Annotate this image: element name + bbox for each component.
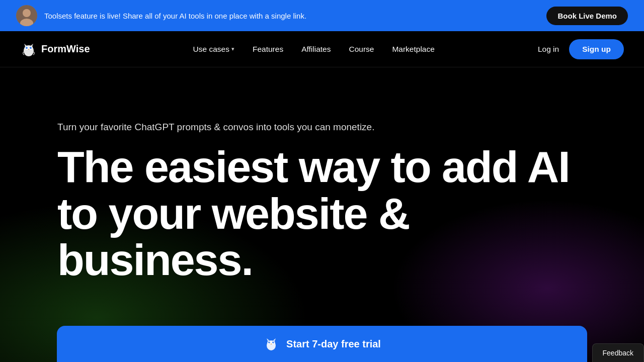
announcement-text: Toolsets feature is live! Share all of y… — [44, 12, 306, 20]
hero-section: Turn your favorite ChatGPT prompts & con… — [0, 67, 644, 362]
svg-point-18 — [272, 341, 274, 343]
avatar — [16, 5, 37, 26]
announcement-left: Toolsets feature is live! Share all of y… — [16, 5, 306, 26]
svg-marker-13 — [31, 44, 33, 46]
svg-point-9 — [27, 47, 27, 47]
svg-point-7 — [26, 47, 28, 49]
cta-button[interactable]: Start 7-day free trial — [57, 326, 587, 362]
svg-marker-23 — [273, 338, 276, 341]
nav-item-course[interactable]: Course — [349, 45, 374, 54]
chevron-down-icon: ▾ — [231, 46, 234, 52]
svg-point-19 — [269, 342, 270, 342]
svg-point-20 — [273, 342, 274, 342]
nav-item-use-cases[interactable]: Use cases ▾ — [193, 45, 234, 54]
feedback-tab[interactable]: Feedback — [592, 343, 644, 362]
book-demo-button[interactable]: Book Live Demo — [546, 7, 628, 25]
nav-right: Log in Sign up — [538, 39, 624, 59]
navbar: FormWise Use cases ▾ Features Affiliates… — [0, 31, 644, 67]
hero-title: The easiest way to add AI to your websit… — [57, 144, 586, 283]
svg-marker-22 — [267, 338, 269, 341]
nav-item-affiliates[interactable]: Affiliates — [301, 45, 331, 54]
svg-point-10 — [31, 47, 31, 47]
announcement-bar: Toolsets feature is live! Share all of y… — [0, 0, 644, 31]
cta-container: Start 7-day free trial — [57, 326, 587, 362]
nav-item-features[interactable]: Features — [253, 45, 283, 54]
cta-owl-icon — [263, 336, 279, 352]
logo-icon — [20, 41, 37, 58]
svg-point-1 — [23, 9, 31, 17]
signup-button[interactable]: Sign up — [569, 39, 624, 59]
nav-item-marketplace[interactable]: Marketplace — [392, 45, 434, 54]
svg-point-8 — [30, 47, 32, 49]
login-button[interactable]: Log in — [538, 45, 559, 54]
logo-text: FormWise — [41, 43, 90, 55]
logo[interactable]: FormWise — [20, 41, 90, 58]
svg-point-17 — [268, 341, 270, 343]
nav-links: Use cases ▾ Features Affiliates Course M… — [193, 45, 435, 54]
hero-subtitle: Turn your favorite ChatGPT prompts & con… — [57, 122, 374, 133]
svg-marker-12 — [24, 44, 27, 46]
